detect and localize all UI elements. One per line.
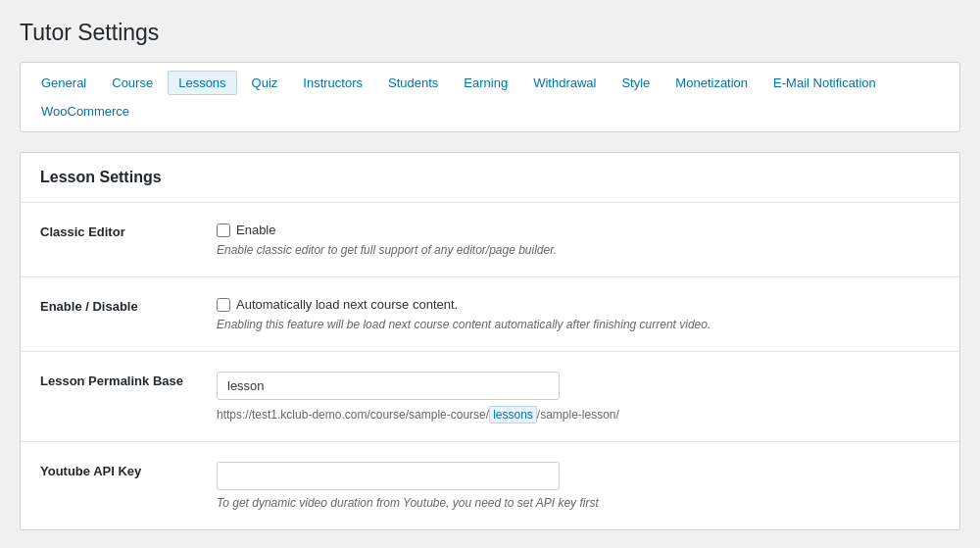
enable-disable-row: Enable / Disable Automatically load next… <box>21 277 959 352</box>
tab-students[interactable]: Students <box>377 71 449 95</box>
youtube-api-input[interactable] <box>217 462 560 490</box>
classic-editor-description: Enable classic editor to get full suppor… <box>217 243 940 257</box>
permalink-row: Lesson Permalink Base https://test1.kclu… <box>21 352 959 442</box>
settings-section: Lesson Settings Classic Editor Enable En… <box>20 152 960 530</box>
permalink-input[interactable] <box>217 372 560 400</box>
tab-instructors[interactable]: Instructors <box>292 71 373 95</box>
enable-disable-content: Automatically load next course content. … <box>217 297 940 331</box>
classic-editor-content: Enable Enable classic editor to get full… <box>217 223 940 257</box>
page-title: Tutor Settings <box>20 20 960 46</box>
classic-editor-checkbox[interactable] <box>217 224 230 237</box>
tab-email-notification[interactable]: E-Mail Notification <box>762 71 887 95</box>
permalink-after: /sample-lesson/ <box>537 408 619 422</box>
permalink-token: lessons <box>489 406 537 423</box>
tab-woocommerce[interactable]: WooCommerce <box>30 99 140 124</box>
enable-disable-checkbox-label[interactable]: Automatically load next course content. <box>217 297 940 312</box>
tab-monetization[interactable]: Monetization <box>664 71 759 95</box>
youtube-api-description: To get dynamic video duration from Youtu… <box>217 496 940 510</box>
permalink-before: https://test1.kclub-demo.com/course/samp… <box>217 408 489 422</box>
tab-earning[interactable]: Earning <box>453 71 518 95</box>
tabs-bar: General Course Lessons Quiz Instructors … <box>20 62 960 132</box>
classic-editor-label: Classic Editor <box>40 223 217 239</box>
tab-course[interactable]: Course <box>101 71 164 95</box>
enable-disable-label: Enable / Disable <box>40 297 217 314</box>
youtube-api-label: Youtube API Key <box>40 462 217 478</box>
enable-disable-description: Enabling this feature will be load next … <box>217 318 940 331</box>
enable-disable-checkbox-text: Automatically load next course content. <box>236 297 458 312</box>
tab-lessons[interactable]: Lessons <box>168 71 236 95</box>
tab-general[interactable]: General <box>30 71 97 95</box>
tab-style[interactable]: Style <box>611 71 661 95</box>
section-title: Lesson Settings <box>21 153 959 203</box>
classic-editor-checkbox-text: Enable <box>236 223 275 237</box>
tab-quiz[interactable]: Quiz <box>241 71 289 95</box>
classic-editor-row: Classic Editor Enable Enable classic edi… <box>21 203 959 277</box>
youtube-api-content: To get dynamic video duration from Youtu… <box>217 462 940 510</box>
permalink-label: Lesson Permalink Base <box>40 372 217 388</box>
classic-editor-checkbox-label[interactable]: Enable <box>217 223 940 237</box>
permalink-content: https://test1.kclub-demo.com/course/samp… <box>217 372 940 422</box>
youtube-api-row: Youtube API Key To get dynamic video dur… <box>21 442 959 529</box>
permalink-preview: https://test1.kclub-demo.com/course/samp… <box>217 408 940 422</box>
tab-withdrawal[interactable]: Withdrawal <box>522 71 607 95</box>
enable-disable-checkbox[interactable] <box>217 298 230 312</box>
